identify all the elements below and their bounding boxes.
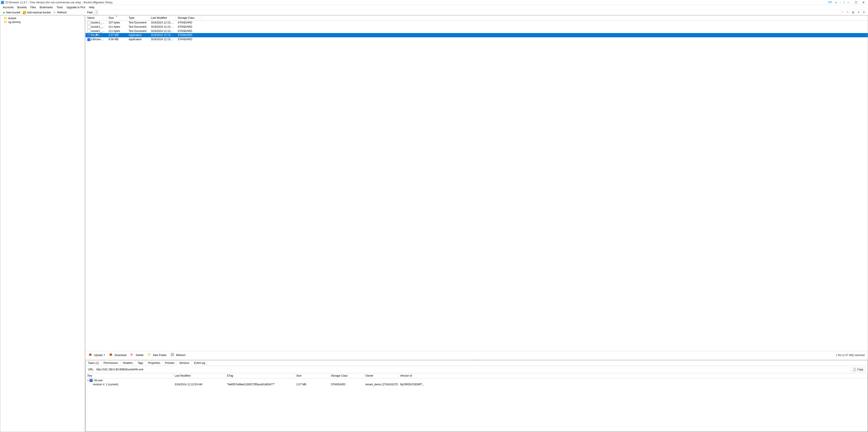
star-icon[interactable]: ☆ (841, 11, 845, 14)
file-list: Name ▲ Size Type Last Modified Storage C… (86, 16, 868, 351)
tab-headers[interactable]: Headers (121, 361, 135, 366)
layout-icon[interactable]: ▦ (852, 11, 856, 14)
file-row[interactable]: cluster1_svm...211 bytesText Document3/2… (86, 29, 868, 33)
refresh-files-label: Refresh (176, 354, 185, 357)
url-value[interactable]: http://192.168.0.80:8080/bucket/hfs.exe (96, 368, 848, 371)
column-type[interactable]: Type (127, 16, 149, 20)
file-type: Text Document (127, 21, 149, 25)
menu-files[interactable]: Files (29, 5, 38, 9)
delete-button[interactable]: 🗑 Delete (129, 352, 145, 358)
file-name: cluster1_dem... (86, 21, 107, 25)
version-storage: STANDARD (329, 382, 364, 386)
file-row[interactable]: hfs.exe2.07 MBApplication3/24/2024 12:13… (86, 33, 868, 37)
column-name[interactable]: Name (86, 16, 107, 20)
app-icon (1, 1, 4, 4)
menu-accounts[interactable]: Accounts (1, 5, 16, 9)
settings-icon[interactable]: ⚙ (863, 11, 866, 14)
edit-icon[interactable]: ✎ (846, 11, 850, 14)
new-folder-label: New Folder (153, 354, 166, 357)
main-area: 📁 bucket 📁 sg-dummy Name ▲ Size Type Las… (0, 15, 868, 432)
tree-item-sg-dummy[interactable]: 📁 sg-dummy (1, 20, 84, 24)
file-row[interactable]: s3browser-11...9.58 MBApplication3/24/20… (86, 37, 868, 41)
version-root-row[interactable]: ▾ hfs.exe (86, 378, 868, 382)
file-modified: 3/24/2024 12:13:53 AM (149, 33, 176, 37)
new-folder-button[interactable]: 📁 New Folder (146, 352, 168, 358)
sort-asc-icon: ▲ (116, 16, 118, 17)
add-external-label: Add external bucket (27, 11, 51, 14)
column-size[interactable]: ▲ Size (107, 16, 127, 20)
cloud-icon[interactable]: ☁ (835, 1, 837, 4)
version-etag: "9e8557e98ed1269372ff0ace91d63477" (225, 382, 294, 386)
tab-permissions[interactable]: Permissions (101, 361, 121, 366)
filter-icon[interactable]: ▼ (857, 11, 861, 14)
column-modified[interactable]: Last Modified (149, 16, 176, 20)
file-row[interactable]: cluster1_dem...157 bytesText Document3/2… (86, 21, 868, 25)
tree-item-bucket[interactable]: 📁 bucket (1, 16, 84, 20)
add-icon (2, 11, 5, 14)
content-area: Name ▲ Size Type Last Modified Storage C… (85, 15, 868, 432)
ver-col-key[interactable]: Key (86, 373, 173, 378)
ver-col-storage[interactable]: Storage Class (329, 373, 364, 378)
selection-status: 1 file (2.07 MB) selected (836, 354, 866, 357)
refresh-files-button[interactable]: 🔄 Refresh (169, 352, 187, 358)
folder-add-icon: 📁 (148, 353, 152, 357)
close-button[interactable]: ✕ (860, 0, 867, 5)
copy-icon: 📋 (853, 368, 856, 371)
menu-upgrade[interactable]: Upgrade to Pro! (64, 5, 87, 9)
menu-help[interactable]: Help (87, 5, 96, 9)
menu-buckets[interactable]: Buckets (16, 5, 29, 9)
version-row[interactable]: revision #: 1 (current) 3/24/2024 12:13:… (86, 382, 868, 386)
minimize-button[interactable]: ─ (845, 0, 852, 5)
tab-properties[interactable]: Properties (146, 361, 163, 366)
ver-col-size[interactable]: Size (294, 373, 329, 378)
copy-label: Copy (857, 368, 863, 371)
menu-tools[interactable]: Tools (55, 5, 64, 9)
add-external-bucket-button[interactable]: Add external bucket (22, 10, 52, 15)
tab-tags[interactable]: Tags (135, 361, 146, 366)
url-label: URL: (88, 368, 94, 371)
url-bar: URL: http://192.168.0.80:8080/bucket/hfs… (86, 366, 868, 373)
bucket-tree: 📁 bucket 📁 sg-dummy (0, 15, 85, 432)
file-modified: 3/24/2024 12:13:53 AM (149, 29, 176, 33)
versions-header: Key Last Modified ETag Size Storage Clas… (86, 373, 868, 378)
tab-versions[interactable]: Versions (177, 361, 192, 366)
file-storage: STANDARD (176, 37, 202, 41)
folder-icon: 📁 (4, 20, 7, 24)
download-button[interactable]: 📥 Download (107, 352, 128, 358)
file-row[interactable]: cluster1_svm...211 bytesText Document3/2… (86, 25, 868, 29)
upload-button[interactable]: 📤 Upload ▼ (87, 352, 107, 358)
version-key: revision #: 1 (current) (86, 382, 173, 386)
info-icon[interactable]: i (840, 1, 841, 4)
file-type: Application (127, 33, 149, 37)
collapse-icon[interactable]: ▾ (88, 379, 89, 381)
file-size: 9.58 MB (107, 37, 127, 41)
path-input[interactable]: / (95, 10, 98, 15)
refresh-button[interactable]: ⟳ Refresh (52, 10, 68, 15)
copy-button[interactable]: 📋 Copy (851, 367, 865, 372)
folder-icon: 📁 (4, 17, 7, 20)
tab-tasks[interactable]: Tasks (1) (86, 361, 101, 366)
ver-col-modified[interactable]: Last Modified (173, 373, 225, 378)
tab-eventlog[interactable]: Event log (192, 361, 208, 366)
maximize-button[interactable]: ☐ (852, 0, 860, 5)
new-bucket-button[interactable]: New bucket (1, 10, 22, 15)
delete-icon: 🗑 (130, 353, 135, 357)
refresh-label: Refresh (57, 11, 67, 14)
action-bar: 📤 Upload ▼ 📥 Download 🗑 Delete 📁 New Fol… (86, 351, 868, 359)
doc-icon (87, 29, 90, 33)
column-storage[interactable]: Storage Class (176, 16, 202, 20)
menu-bookmarks[interactable]: Bookmarks (38, 5, 55, 9)
file-size: 211 bytes (107, 25, 127, 29)
tab-preview[interactable]: Preview (162, 361, 177, 366)
download-icon: 📥 (109, 353, 114, 357)
download-label: Download (115, 354, 126, 357)
ver-col-owner[interactable]: Owner (364, 373, 398, 378)
ver-col-etag[interactable]: ETag (225, 373, 294, 378)
keyboard-icon[interactable]: ⌨ (828, 1, 832, 4)
file-storage: STANDARD (176, 33, 202, 37)
ver-col-versionid[interactable]: Version Id (398, 373, 868, 378)
file-type: Text Document (127, 29, 149, 33)
file-size: 2.07 MB (107, 33, 127, 37)
bookmark-icon[interactable]: ▮ (843, 1, 845, 4)
file-modified: 3/24/2024 12:13:53 AM (149, 25, 176, 29)
